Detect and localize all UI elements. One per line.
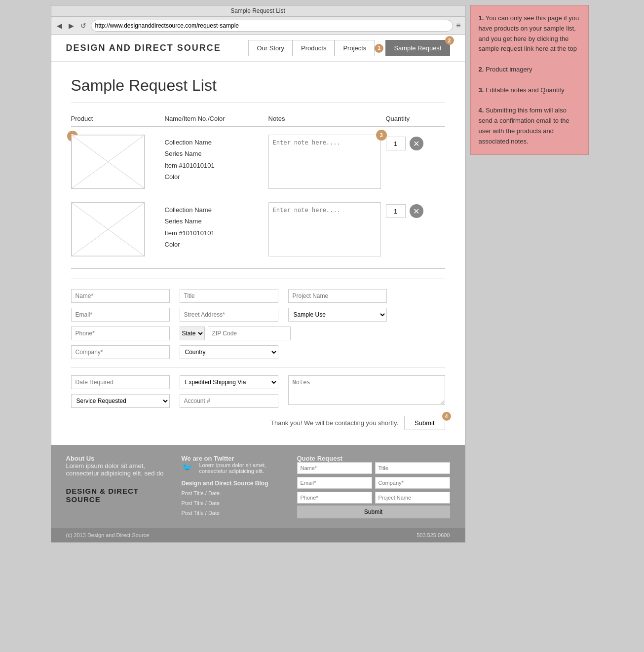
state-zip-row: State bbox=[180, 326, 278, 340]
quantity-input-1[interactable] bbox=[386, 137, 406, 150]
submit-button[interactable]: Submit bbox=[404, 416, 445, 430]
notes-cell-1: 3 bbox=[268, 135, 381, 190]
country-select[interactable]: Country bbox=[180, 345, 278, 359]
site-logo: DESIGN AND DIRECT SOURCE bbox=[66, 43, 249, 53]
back-button[interactable]: ◀ bbox=[55, 21, 64, 30]
product-info-2: Collection Name Series Name Item #101010… bbox=[165, 202, 264, 251]
copyright-text: (c) 2013 Design and Direct Source bbox=[66, 532, 150, 538]
service-requested-select[interactable]: Service Requested bbox=[71, 394, 170, 408]
company-input[interactable] bbox=[71, 345, 170, 359]
side-panel-item-4: 4. Submitting this form will also send a… bbox=[479, 106, 580, 146]
expedited-shipping-select[interactable]: Expedited Shipping Via bbox=[180, 375, 278, 389]
col-notes: Notes bbox=[268, 115, 381, 122]
table-row: 2 Collection Name Series Name Item bbox=[71, 135, 445, 190]
nav-our-story[interactable]: Our Story bbox=[248, 40, 293, 56]
remove-button-2[interactable]: ✕ bbox=[410, 204, 423, 218]
side-panel-item-1: 1. You can only see this page if you hav… bbox=[479, 13, 580, 54]
page-title: Sample Request List bbox=[71, 76, 445, 95]
name-input[interactable] bbox=[71, 289, 170, 303]
title-input[interactable] bbox=[180, 289, 278, 303]
footer-quote: Quote Request Submit bbox=[297, 455, 450, 518]
site-footer: About Us Lorem ipsum dolor sit amet, con… bbox=[51, 445, 465, 528]
product-image-2 bbox=[71, 202, 145, 256]
footer-title-input[interactable] bbox=[375, 462, 450, 474]
footer-email-input[interactable] bbox=[297, 477, 372, 489]
side-panel-item-3: 3. Editable notes and Quantity bbox=[479, 85, 580, 96]
site-header: DESIGN AND DIRECT SOURCE Our Story Produ… bbox=[51, 35, 465, 62]
forward-button[interactable]: ▶ bbox=[67, 21, 76, 30]
nav-projects[interactable]: Projects bbox=[335, 40, 375, 56]
browser-toolbar: ◀ ▶ ↺ ≡ bbox=[51, 17, 465, 35]
notes-input-2[interactable] bbox=[268, 202, 381, 256]
footer-name-input[interactable] bbox=[297, 462, 372, 474]
twitter-icon: 🐦 bbox=[182, 462, 192, 474]
reload-button[interactable]: ↺ bbox=[79, 21, 88, 30]
footer-company-input[interactable] bbox=[375, 477, 450, 489]
footer-about: About Us Lorem ipsum dolor sit amet, con… bbox=[66, 455, 172, 518]
col-product: Product bbox=[71, 115, 160, 122]
project-name-input[interactable] bbox=[288, 289, 387, 303]
remove-button-1[interactable]: ✕ bbox=[410, 137, 423, 150]
notes-input-1[interactable] bbox=[268, 135, 381, 189]
notes-badge-3: 3 bbox=[376, 130, 387, 141]
thank-you-text: Thank you! We will be contacting you sho… bbox=[270, 419, 398, 427]
footer-phone-input[interactable] bbox=[297, 492, 372, 504]
sample-request-count-badge: 2 bbox=[445, 36, 454, 45]
footer-twitter-blog: We are on Twitter 🐦 Lorem ipsum dolor si… bbox=[182, 455, 287, 518]
table-row: Collection Name Series Name Item #101010… bbox=[71, 202, 445, 256]
product-image-wrapper: 2 bbox=[71, 135, 160, 189]
url-bar[interactable] bbox=[91, 20, 454, 32]
site-nav: Our Story Products Projects 1 Sample Req… bbox=[248, 40, 450, 56]
account-input[interactable] bbox=[180, 394, 278, 408]
footer-blog-title: Design and Direct Source Blog bbox=[182, 480, 287, 487]
sample-request-badge: 1 bbox=[375, 44, 383, 53]
footer-quote-form bbox=[297, 462, 450, 504]
footer-project-input[interactable] bbox=[375, 492, 450, 504]
product-info-1: Collection Name Series Name Item #101010… bbox=[165, 135, 264, 183]
footer-blog-post-2: Post Title / Date bbox=[182, 499, 287, 508]
nav-sample-request-wrapper: 1 Sample Request 2 bbox=[375, 40, 450, 56]
footer-brand: DESIGN & DIRECT SOURCE bbox=[66, 487, 172, 504]
footer-bottom: (c) 2013 Design and Direct Source 503.52… bbox=[51, 528, 465, 542]
quantity-input-2[interactable] bbox=[386, 204, 406, 218]
nav-products[interactable]: Products bbox=[293, 40, 335, 56]
side-panel: 1. You can only see this page if you hav… bbox=[470, 5, 589, 155]
submit-wrapper: Submit 4 bbox=[404, 416, 445, 430]
footer-blog-post-3: Post Title / Date bbox=[182, 508, 287, 518]
quantity-cell-2: ✕ bbox=[386, 202, 445, 218]
menu-icon[interactable]: ≡ bbox=[456, 21, 460, 30]
side-panel-item-2: 2. Product imagery bbox=[479, 65, 580, 75]
contact-form: Sample Use State Country bbox=[71, 279, 445, 430]
footer-grid: About Us Lorem ipsum dolor sit amet, con… bbox=[66, 455, 450, 518]
nav-sample-request[interactable]: Sample Request bbox=[385, 40, 450, 56]
zip-input[interactable] bbox=[208, 326, 291, 340]
state-select[interactable]: State bbox=[180, 326, 205, 340]
date-required-input[interactable] bbox=[71, 375, 170, 389]
notes-form-input[interactable] bbox=[288, 375, 445, 405]
sample-use-select[interactable]: Sample Use bbox=[288, 308, 387, 322]
street-input[interactable] bbox=[180, 308, 278, 322]
browser-title: Sample Request List bbox=[230, 7, 285, 14]
col-quantity: Quantity bbox=[386, 115, 445, 122]
col-name-item: Name/Item No./Color bbox=[165, 115, 264, 122]
browser-titlebar: Sample Request List bbox=[51, 5, 465, 17]
footer-submit-button[interactable]: Submit bbox=[297, 506, 450, 518]
footer-quote-title: Quote Request bbox=[297, 455, 450, 462]
footer-twitter-text: Lorem ipsum dolor sit amet, consectetur … bbox=[199, 462, 287, 474]
table-header: Product Name/Item No./Color Notes Quanti… bbox=[71, 111, 445, 127]
phone-input[interactable] bbox=[71, 326, 170, 340]
footer-about-text: Lorem ipsum dolor sit amet, consectetur … bbox=[66, 462, 172, 477]
submit-badge: 4 bbox=[442, 412, 451, 421]
submit-row: Thank you! We will be contacting you sho… bbox=[71, 416, 445, 430]
footer-twitter-title: We are on Twitter bbox=[182, 455, 287, 462]
footer-blog-post-1: Post Title / Date bbox=[182, 489, 287, 499]
footer-about-title: About Us bbox=[66, 455, 172, 462]
email-input[interactable] bbox=[71, 308, 170, 322]
content-area: Sample Request List Product Name/Item No… bbox=[51, 62, 465, 445]
footer-phone: 503.525.0600 bbox=[417, 532, 450, 538]
quantity-cell-1: ✕ bbox=[386, 135, 445, 150]
product-image-1 bbox=[71, 135, 145, 189]
